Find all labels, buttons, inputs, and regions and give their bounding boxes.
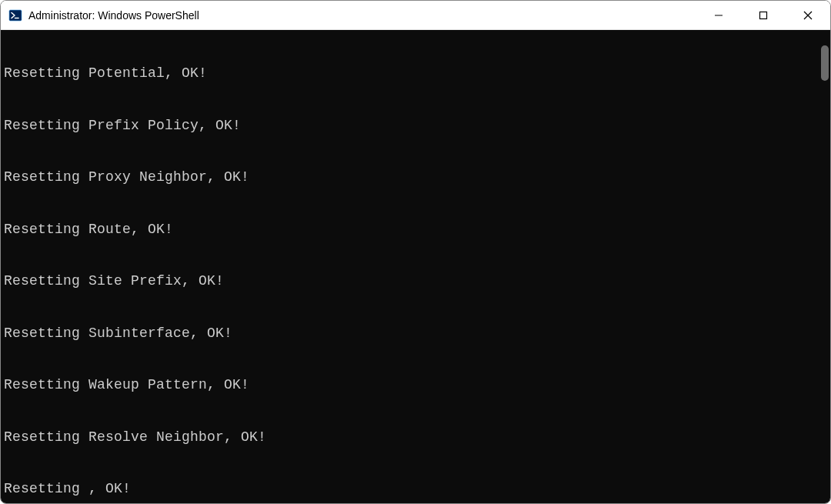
window-title: Administrator: Windows PowerShell bbox=[28, 9, 199, 22]
svg-rect-3 bbox=[760, 12, 767, 18]
output-line: Resetting Subinterface, OK! bbox=[4, 325, 830, 342]
window-controls bbox=[696, 1, 830, 29]
close-button[interactable] bbox=[786, 1, 830, 29]
output-line: Resetting , OK! bbox=[4, 480, 830, 498]
scrollbar-thumb[interactable] bbox=[821, 45, 829, 81]
maximize-button[interactable] bbox=[741, 1, 786, 29]
output-line: Resetting Wakeup Pattern, OK! bbox=[4, 376, 830, 394]
output-line: Resetting Site Prefix, OK! bbox=[4, 272, 830, 290]
maximize-icon bbox=[759, 11, 768, 20]
terminal[interactable]: Resetting Potential, OK! Resetting Prefi… bbox=[1, 30, 830, 503]
powershell-icon bbox=[8, 8, 22, 22]
output-line: Resetting Potential, OK! bbox=[4, 65, 830, 82]
minimize-button[interactable] bbox=[696, 1, 741, 29]
close-icon bbox=[803, 11, 813, 20]
terminal-output: Resetting Potential, OK! Resetting Prefi… bbox=[1, 30, 830, 503]
svg-rect-0 bbox=[9, 10, 22, 21]
output-line: Resetting Resolve Neighbor, OK! bbox=[4, 429, 830, 446]
output-line: Resetting Route, OK! bbox=[4, 221, 830, 239]
scrollbar[interactable] bbox=[819, 32, 829, 502]
titlebar[interactable]: Administrator: Windows PowerShell bbox=[1, 1, 830, 30]
titlebar-left: Administrator: Windows PowerShell bbox=[1, 8, 199, 22]
minimize-icon bbox=[714, 11, 723, 20]
output-line: Resetting Proxy Neighbor, OK! bbox=[4, 169, 830, 186]
powershell-window: Administrator: Windows PowerShell bbox=[0, 0, 831, 504]
output-line: Resetting Prefix Policy, OK! bbox=[4, 117, 830, 135]
